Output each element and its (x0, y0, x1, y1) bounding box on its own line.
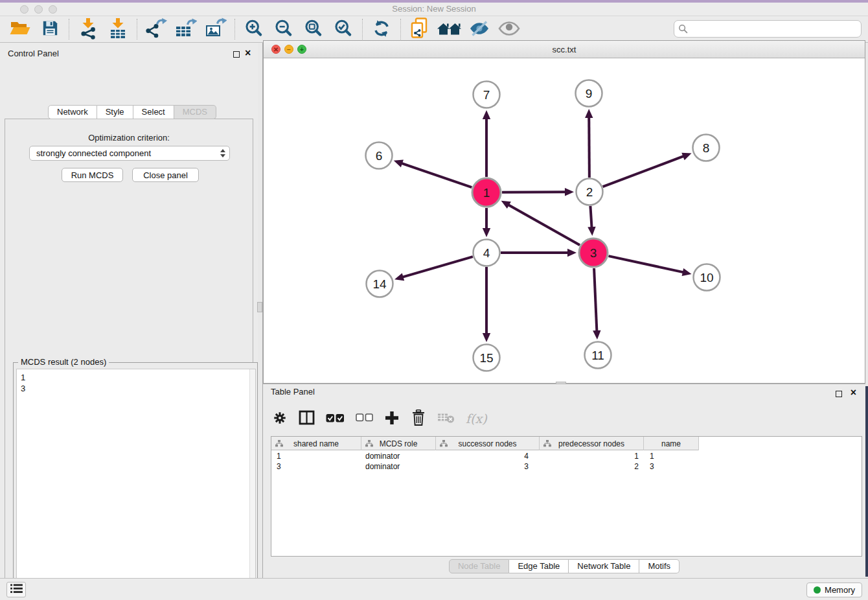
network-view-window: ✕ − + scc.txt 7968124314101511 (263, 40, 865, 384)
graph-node-label: 9 (586, 87, 593, 100)
gear-icon (273, 411, 287, 427)
graph-edge-arrowhead (593, 330, 600, 340)
table-row[interactable]: 3dominator323 (271, 461, 699, 472)
tab-select[interactable]: Select (133, 105, 174, 119)
column-header-successor-nodes[interactable]: successor nodes (436, 437, 540, 450)
graph-edge-3-11[interactable] (594, 268, 597, 332)
table-cell: 3 (436, 461, 540, 472)
mcds-panel: Optimization criterion: strongly connect… (5, 119, 253, 600)
table-header-row: shared nameMCDS rolesuccessor nodesprede… (271, 437, 699, 450)
column-header-MCDS-role[interactable]: MCDS role (361, 437, 436, 450)
control-panel-float-icon[interactable] (233, 49, 240, 60)
graph-edge-arrowhead (483, 228, 490, 237)
graph-edge-arrowhead (588, 227, 595, 236)
tab-network-table[interactable]: Network Table (569, 559, 639, 573)
status-bar: Memory (0, 578, 868, 600)
result-scrollbar[interactable] (249, 369, 255, 600)
tab-style[interactable]: Style (97, 105, 133, 119)
network-canvas[interactable]: 7968124314101511 (264, 58, 865, 383)
refresh-button[interactable] (367, 17, 396, 41)
graph-node-label: 14 (372, 277, 387, 291)
close-panel-button[interactable]: Close panel (132, 168, 199, 182)
deselect-all-checkboxes-button[interactable] (356, 409, 373, 428)
export-image-button[interactable] (201, 17, 231, 41)
column-header-name[interactable]: name (644, 437, 699, 450)
gear-button[interactable] (272, 409, 288, 428)
delete-table-button (437, 409, 455, 428)
window-zoom-button[interactable] (49, 5, 57, 14)
tab-network[interactable]: Network (48, 105, 97, 119)
column-label: successor nodes (458, 439, 516, 448)
toolbar-separator (69, 19, 69, 40)
graph-edge-3-1[interactable] (508, 205, 580, 246)
mcds-result-list[interactable]: 13 (16, 369, 256, 600)
table-cell: 1 (644, 451, 699, 461)
graph-edge-4-14[interactable] (402, 257, 473, 277)
graph-edge-1-2[interactable] (502, 192, 566, 192)
column-header-predecessor-nodes[interactable]: predecessor nodes (540, 437, 644, 450)
split-columns-button[interactable] (299, 409, 315, 428)
desktop-edge-right (865, 386, 868, 577)
import-table-button[interactable] (103, 17, 133, 41)
network-minimize-icon[interactable]: − (284, 45, 293, 54)
table-tabs: Node TableEdge TableNetwork TableMotifs (263, 559, 865, 573)
toolbar-separator (400, 19, 401, 40)
hide-panels-icon (468, 19, 490, 40)
home-view-button[interactable] (435, 17, 464, 41)
table-panel: Table Panel × f(x) shared nameMCDS roles… (263, 384, 865, 578)
copy-network-view-button[interactable] (405, 17, 435, 41)
select-all-checkboxes-button[interactable] (326, 409, 345, 428)
mcds-result-item: 1 (17, 372, 255, 383)
column-type-icon (365, 440, 373, 449)
tab-mcds[interactable]: MCDS (174, 105, 216, 119)
delete-columns-button[interactable] (411, 409, 426, 428)
network-maximize-icon[interactable]: + (297, 45, 306, 54)
hide-panels-button[interactable] (464, 17, 494, 41)
show-network-overview-button[interactable] (494, 17, 524, 41)
graph-edge-arrowhead (681, 153, 691, 161)
column-label: shared name (293, 439, 339, 448)
search-input[interactable] (674, 20, 862, 38)
network-close-icon[interactable]: ✕ (271, 45, 280, 54)
tab-node-table[interactable]: Node Table (449, 559, 510, 573)
zoom-fit-button[interactable] (299, 17, 328, 41)
table-row[interactable]: 1dominator411 (271, 451, 699, 461)
control-panel-title: Control Panel (8, 47, 59, 59)
column-type-icon (440, 440, 448, 449)
graph-edge-arrowhead (483, 110, 490, 119)
criterion-select[interactable]: strongly connected component (29, 146, 230, 161)
column-type-icon (543, 440, 551, 449)
memory-button[interactable]: Memory (806, 583, 862, 597)
export-table-button[interactable] (171, 17, 201, 41)
network-window-title: scc.txt (264, 41, 865, 58)
graph-edge-2-9[interactable] (589, 117, 589, 178)
toolbar-separator (137, 19, 137, 40)
tab-motifs[interactable]: Motifs (639, 559, 680, 573)
import-network-button[interactable] (73, 17, 103, 41)
column-label: name (661, 439, 681, 448)
table-panel-close-icon[interactable]: × (851, 387, 856, 398)
vertical-splitter-grip[interactable] (257, 302, 262, 312)
table-panel-title: Table Panel (271, 387, 315, 397)
task-history-button[interactable] (6, 582, 26, 597)
control-panel-close-icon[interactable]: × (245, 47, 251, 59)
zoom-selected-button[interactable] (328, 17, 358, 41)
graph-edge-1-6[interactable] (401, 163, 472, 188)
window-minimize-button[interactable] (34, 5, 43, 14)
graph-edge-2-3[interactable] (590, 206, 591, 228)
tab-edge-table[interactable]: Edge Table (509, 559, 569, 573)
run-mcds-button[interactable]: Run MCDS (62, 168, 123, 182)
column-header-shared-name[interactable]: shared name (271, 437, 361, 450)
zoom-out-button[interactable] (269, 17, 299, 41)
table-cell: 1 (271, 451, 361, 461)
zoom-in-button[interactable] (239, 17, 269, 41)
table-panel-float-icon[interactable] (836, 388, 842, 400)
window-close-button[interactable] (20, 5, 29, 14)
graph-edge-3-10[interactable] (608, 256, 683, 272)
export-network-button[interactable] (141, 17, 171, 41)
save-session-button[interactable] (35, 17, 65, 41)
toolbar-separator (234, 19, 235, 40)
open-session-button[interactable] (5, 17, 35, 41)
add-column-button[interactable] (384, 409, 400, 428)
graph-edge-2-8[interactable] (603, 156, 685, 187)
